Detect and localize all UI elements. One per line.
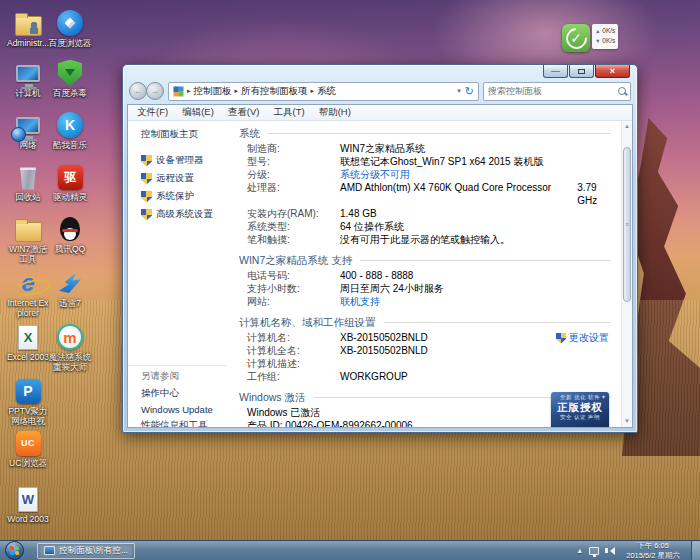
desktop-icon-kuwo-music[interactable]: K 酷我音乐 — [48, 110, 92, 151]
row-rating: 分级: 系统分级不可用 — [235, 168, 611, 181]
section-computer-name: 计算机名称、域和工作组设置 更改设置 计算机名: XB-20150502BNLD… — [235, 316, 611, 383]
clock-date: 2015/5/2 星期六 — [626, 551, 680, 560]
breadcrumb[interactable]: ▸ 控制面板 ▸ 所有控制面板项 ▸ 系统 ▾ ↻ — [168, 82, 479, 101]
address-toolbar: ← → ▸ 控制面板 ▸ 所有控制面板项 ▸ 系统 ▾ ↻ — [123, 80, 637, 102]
desktop: Administr... 计算机 网络 回收站 WIN7激活工具 e Inter… — [0, 0, 700, 560]
title-bar[interactable]: — × — [123, 65, 637, 80]
forward-button[interactable]: → — [146, 82, 164, 100]
start-button[interactable] — [5, 541, 24, 560]
search-input[interactable] — [488, 86, 618, 96]
desktop-icon-recycle-bin[interactable]: 回收站 — [6, 162, 50, 203]
chevron-right-icon: ▸ — [311, 87, 315, 95]
back-button[interactable]: ← — [129, 82, 147, 100]
sidebar-item-remote-settings[interactable]: 远程设置 — [141, 172, 231, 185]
sidebar-item-system-protection[interactable]: 系统保护 — [141, 190, 231, 203]
network-icon — [13, 110, 43, 140]
address-dropdown-icon[interactable]: ▾ — [457, 87, 461, 95]
uac-shield-icon — [141, 173, 152, 185]
vertical-scrollbar[interactable]: ▲ ▼ — [621, 121, 632, 427]
row-description: 计算机描述: — [235, 357, 611, 370]
sidebar-item-action-center[interactable]: 操作中心 — [141, 387, 226, 400]
desktop-icon-baidu-antivirus[interactable]: 百度杀毒 — [48, 58, 92, 99]
show-desktop-button[interactable] — [691, 541, 700, 560]
upload-speed: 0K/s — [602, 27, 615, 34]
qq-penguin-icon — [55, 214, 85, 244]
row-full-name: 计算机全名: XB-20150502BNLD — [235, 344, 611, 357]
show-hidden-icons-chevron[interactable]: ▲ — [576, 547, 583, 554]
sidebar-item-control-panel-home[interactable]: 控制面板主页 — [141, 128, 231, 141]
volume-tray-icon[interactable] — [605, 547, 615, 555]
system-window: — × ← → ▸ 控制面板 ▸ 所有控制面板项 ▸ 系统 ▾ ↻ — [122, 64, 638, 433]
desktop-icon-baidu-browser[interactable]: 百度浏览器 — [48, 8, 92, 49]
desktop-icon-word-2003[interactable]: W Word 2003 — [6, 484, 50, 525]
see-also-header: 另请参阅 — [141, 370, 226, 383]
minimize-button[interactable]: — — [543, 65, 568, 78]
taskbar-clock[interactable]: 下午 6:05 2015/5/2 星期六 — [621, 541, 685, 560]
safety-speed-widget[interactable]: ✓ ▲ 0K/s ▼ 0K/s — [562, 24, 618, 52]
excel-icon: X — [13, 322, 43, 352]
desktop-icon-administrator[interactable]: Administr... — [6, 8, 50, 49]
uac-shield-icon — [141, 191, 152, 203]
desktop-icon-uc-browser[interactable]: UC UC浏览器 — [6, 428, 50, 469]
row-memory: 安装内存(RAM): 1.48 GB — [235, 207, 611, 220]
breadcrumb-system[interactable]: 系统 — [317, 85, 336, 98]
scroll-up-icon[interactable]: ▲ — [622, 121, 632, 132]
sidebar-item-performance-tools[interactable]: 性能信息和工具 — [141, 419, 226, 428]
rating-link[interactable]: 系统分级不可用 — [340, 168, 410, 181]
word-icon: W — [13, 484, 43, 514]
section-header: 计算机名称、域和工作组设置 — [239, 316, 376, 330]
desktop-icon-network[interactable]: 网络 — [6, 110, 50, 151]
processor-speed: 3.79 GHz — [577, 181, 611, 207]
desktop-icon-excel-2003[interactable]: X Excel 2003 — [6, 322, 50, 363]
desktop-icon-internet-explorer[interactable]: e Internet Explorer — [6, 268, 50, 319]
download-speed: 0K/s — [602, 37, 615, 44]
system-tray: ▲ 下午 6:05 2015/5/2 星期六 — [576, 541, 700, 560]
search-box[interactable] — [483, 82, 631, 101]
menu-file[interactable]: 文件(F) — [137, 106, 168, 119]
safety-check-icon[interactable]: ✓ — [562, 24, 590, 52]
section-support: WIN7之家精品系统 支持 电话号码: 400 - 888 - 8888 支持小… — [235, 254, 611, 308]
control-panel-icon — [173, 86, 184, 97]
refresh-icon[interactable]: ↻ — [465, 86, 474, 97]
desktop-icon-thunder7[interactable]: 迅雷7 — [48, 268, 92, 309]
search-icon[interactable] — [618, 87, 626, 95]
menu-tools[interactable]: 工具(T) — [273, 106, 304, 119]
back-arrow-icon: ← — [134, 87, 143, 96]
row-pen-touch: 笔和触摸: 没有可用于此显示器的笔或触控输入。 — [235, 233, 611, 246]
breadcrumb-control-panel[interactable]: 控制面板 — [194, 85, 232, 98]
pptv-icon: P — [13, 376, 43, 406]
computer-icon — [13, 58, 43, 88]
desktop-icon-computer[interactable]: 计算机 — [6, 58, 50, 99]
online-support-link[interactable]: 联机支持 — [340, 295, 380, 308]
chevron-right-icon: ▸ — [187, 87, 191, 95]
desktop-icon-pptv[interactable]: P PPTV聚力 网络电视 — [6, 376, 50, 427]
desktop-icon-driver-genius[interactable]: 驱 驱动精灵 — [48, 162, 92, 203]
sidebar-item-windows-update[interactable]: Windows Update — [141, 404, 226, 415]
recycle-bin-icon — [13, 162, 43, 192]
change-settings-link[interactable]: 更改设置 — [556, 331, 609, 345]
menu-edit[interactable]: 编辑(E) — [182, 106, 214, 119]
desktop-icon-win7-activator[interactable]: WIN7激活工具 — [6, 214, 50, 265]
scroll-down-icon[interactable]: ▼ — [622, 416, 632, 427]
close-button[interactable]: × — [595, 65, 630, 78]
sidebar-item-device-manager[interactable]: 设备管理器 — [141, 154, 231, 167]
scrollbar-thumb[interactable] — [623, 147, 631, 302]
row-processor: 处理器: AMD Athlon(tm) X4 760K Quad Core Pr… — [235, 181, 611, 207]
desktop-icon-qq[interactable]: 腾讯QQ — [48, 214, 92, 255]
window-task-icon — [44, 546, 55, 555]
uac-shield-icon — [141, 155, 152, 167]
maximize-button[interactable] — [569, 65, 594, 78]
user-folder-icon — [13, 8, 43, 38]
network-tray-icon[interactable] — [589, 547, 599, 555]
content-area: 控制面板主页 设备管理器 远程设置 系统保护 — [128, 121, 632, 427]
taskbar-item-control-panel[interactable]: 控制面板\所有控... — [37, 543, 135, 559]
uc-browser-icon: UC — [13, 428, 43, 458]
menu-help[interactable]: 帮助(H) — [319, 106, 351, 119]
sidebar-item-advanced-settings[interactable]: 高级系统设置 — [141, 208, 231, 221]
folder-icon — [13, 214, 43, 244]
menu-view[interactable]: 查看(V) — [228, 106, 260, 119]
genuine-badge[interactable]: ✦ 全新 优化 软件 正版授权 安全 认证 声明 — [551, 392, 609, 428]
desktop-icon-magic-pig[interactable]: m 魔法猪系统重装大师 — [48, 322, 92, 373]
section-header: 系统 — [239, 127, 260, 141]
breadcrumb-all-items[interactable]: 所有控制面板项 — [241, 85, 308, 98]
